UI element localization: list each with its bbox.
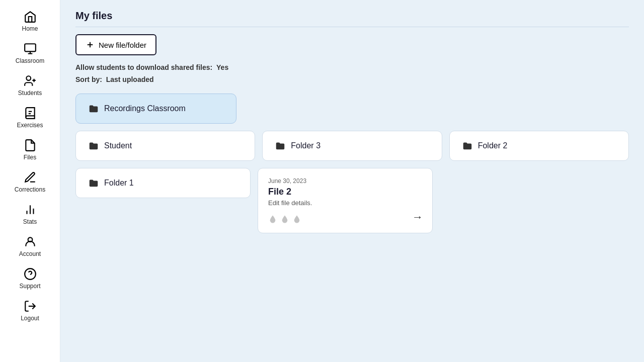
allow-download-row: Allow students to download shared files:… bbox=[75, 63, 629, 71]
svg-rect-0 bbox=[25, 44, 36, 51]
folder-icon bbox=[88, 103, 99, 114]
sidebar-item-classroom[interactable]: Classroom bbox=[0, 37, 60, 69]
sidebar-label-support: Support bbox=[19, 283, 40, 290]
sidebar-label-classroom: Classroom bbox=[16, 57, 44, 64]
students-icon bbox=[24, 74, 37, 87]
files-icon bbox=[24, 139, 37, 152]
account-icon bbox=[24, 235, 37, 248]
sidebar-item-students[interactable]: Students bbox=[0, 69, 60, 102]
sidebar-label-account: Account bbox=[19, 250, 41, 257]
corrections-icon bbox=[24, 171, 37, 184]
sidebar-label-home: Home bbox=[22, 25, 38, 32]
home-icon bbox=[24, 10, 37, 23]
sidebar-label-corrections: Corrections bbox=[15, 186, 45, 193]
main-content: My files New file/folder Allow students … bbox=[60, 0, 644, 362]
file-name: File 2 bbox=[268, 187, 422, 197]
sidebar-item-files[interactable]: Files bbox=[0, 134, 60, 166]
file-card-file2[interactable]: June 30, 2023 File 2 Edit file details. … bbox=[258, 168, 433, 233]
page-title: My files bbox=[75, 10, 629, 27]
file-icons-row bbox=[268, 215, 422, 224]
folder-name: Folder 3 bbox=[291, 141, 320, 150]
exercises-icon bbox=[24, 107, 37, 120]
folder-name: Folder 2 bbox=[478, 141, 508, 150]
sidebar-item-stats[interactable]: Stats bbox=[0, 198, 60, 230]
file-edit-label: Edit file details. bbox=[268, 199, 422, 207]
stats-icon bbox=[24, 203, 37, 216]
droplet-icon-3 bbox=[292, 215, 301, 224]
folder-name: Folder 1 bbox=[104, 178, 134, 188]
sidebar-label-files: Files bbox=[24, 154, 36, 161]
sidebar-item-home[interactable]: Home bbox=[0, 5, 60, 37]
sidebar-item-logout[interactable]: Logout bbox=[0, 295, 60, 327]
folder-student[interactable]: Student bbox=[75, 131, 255, 161]
folder-folder2[interactable]: Folder 2 bbox=[449, 131, 629, 161]
support-icon bbox=[24, 267, 37, 281]
sidebar-item-support[interactable]: Support bbox=[0, 262, 60, 295]
folder-name: Recordings Classroom bbox=[104, 104, 186, 113]
droplet-icon-2 bbox=[280, 215, 289, 224]
sort-by-row: Sort by: Last uploaded bbox=[75, 75, 629, 83]
folder-icon bbox=[88, 140, 99, 151]
plus-icon bbox=[86, 40, 95, 49]
file-arrow-icon: → bbox=[412, 211, 423, 224]
sidebar-item-account[interactable]: Account bbox=[0, 230, 60, 262]
sidebar-item-corrections[interactable]: Corrections bbox=[0, 166, 60, 198]
sidebar: Home Classroom Students Exercises Files bbox=[0, 0, 60, 362]
folder-icon bbox=[462, 140, 473, 151]
sidebar-label-exercises: Exercises bbox=[17, 122, 43, 129]
sidebar-item-exercises[interactable]: Exercises bbox=[0, 102, 60, 134]
sidebar-label-stats: Stats bbox=[23, 218, 37, 225]
folder-name: Student bbox=[104, 141, 132, 150]
droplet-icon-1 bbox=[268, 215, 277, 224]
folder-recordings-classroom[interactable]: Recordings Classroom bbox=[75, 94, 236, 124]
svg-point-1 bbox=[26, 76, 31, 80]
logout-icon bbox=[24, 300, 37, 313]
folder-folder1[interactable]: Folder 1 bbox=[75, 168, 251, 198]
file-date: June 30, 2023 bbox=[268, 177, 422, 185]
folder-icon bbox=[88, 177, 99, 189]
new-file-folder-button[interactable]: New file/folder bbox=[75, 34, 156, 55]
folder-icon bbox=[275, 140, 286, 151]
folder-folder3[interactable]: Folder 3 bbox=[262, 131, 442, 161]
sidebar-label-students: Students bbox=[18, 89, 42, 97]
sidebar-label-logout: Logout bbox=[21, 315, 39, 322]
classroom-icon bbox=[24, 42, 37, 55]
